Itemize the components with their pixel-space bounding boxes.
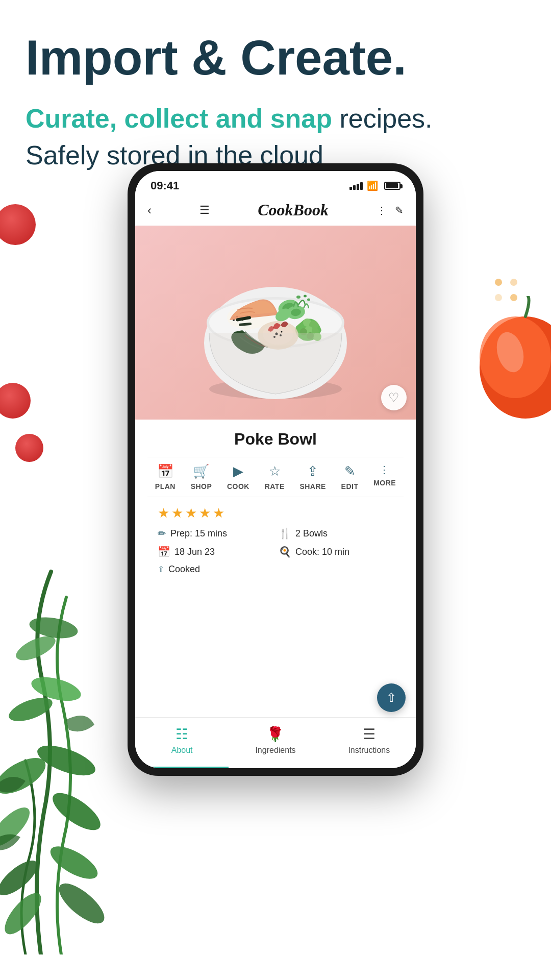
toolbar-right: ⋮ ✎ — [377, 204, 404, 216]
nav-ingredients[interactable]: 🌹 Ingredients — [229, 726, 322, 755]
about-label: About — [171, 746, 193, 755]
cooked-text: Cooked — [168, 564, 200, 575]
more-dots-icon: ⋮ — [379, 463, 390, 476]
star-5: ★ — [213, 505, 224, 521]
rate-label: RATE — [265, 482, 285, 491]
recipe-name: Poke Bowl — [147, 430, 404, 449]
battery-icon — [384, 182, 400, 190]
svg-point-43 — [304, 295, 307, 298]
more-button[interactable]: ⋮ MORE — [373, 463, 396, 491]
star-3: ★ — [185, 505, 197, 521]
favorite-button[interactable]: ♡ — [381, 385, 407, 410]
status-bar: 09:41 📶 — [135, 171, 416, 197]
bottom-nav: ☷ About 🌹 Ingredients ☰ Instructions — [135, 717, 416, 768]
main-title: Import & Create. — [26, 31, 525, 85]
nav-active-indicator — [135, 767, 229, 768]
edit-icon: ✎ — [344, 463, 356, 479]
servings-text: 2 Bowls — [295, 528, 328, 539]
chevron-up-icon: ⇧ — [386, 691, 396, 705]
share-label: SHARE — [299, 482, 326, 491]
cook-time-row: 🍳 Cook: 10 min — [279, 546, 393, 558]
instructions-label: Instructions — [348, 746, 390, 755]
svg-point-42 — [296, 296, 300, 299]
servings-icon: 🍴 — [279, 527, 291, 540]
recipe-image: ♡ — [135, 226, 416, 420]
app-logo: CookBook — [258, 201, 329, 219]
action-row: 📅 PLAN 🛒 SHOP ▶ COOK ☆ RATE ⇪ SHARE — [147, 457, 404, 497]
stars-row: ★ ★ ★ ★ ★ — [158, 505, 393, 521]
cherry-decoration-mid — [0, 383, 31, 419]
about-icon: ☷ — [176, 726, 188, 743]
date-row: 📅 18 Jun 23 — [158, 546, 272, 558]
share-button[interactable]: ⇪ SHARE — [299, 463, 326, 491]
shop-button[interactable]: 🛒 SHOP — [191, 463, 212, 491]
calendar-icon: 📅 — [157, 463, 173, 479]
stats-section: ★ ★ ★ ★ ★ ✏ Prep: 15 mins 🍴 2 Bowls 📅 18… — [147, 497, 404, 583]
star-1: ★ — [158, 505, 169, 521]
header-section: Import & Create. Curate, collect and sna… — [0, 0, 551, 189]
cook-time: Cook: 10 min — [295, 547, 349, 557]
star-2: ★ — [171, 505, 183, 521]
app-toolbar: ‹ ☰ CookBook ⋮ ✎ — [135, 197, 416, 226]
shop-label: SHOP — [191, 482, 212, 491]
scroll-up-button[interactable]: ⇧ — [377, 683, 406, 712]
svg-point-1 — [34, 740, 99, 781]
instructions-icon: ☰ — [363, 726, 375, 743]
pepper-decoration — [474, 296, 551, 421]
edit-label: EDIT — [341, 482, 359, 491]
poke-bowl-illustration — [194, 241, 357, 404]
more-options-button[interactable]: ⋮ — [377, 204, 387, 216]
servings-row: 🍴 2 Bowls — [279, 527, 393, 540]
prep-icon: ✏ — [158, 527, 166, 540]
edit-action-button[interactable]: ✎ EDIT — [341, 463, 359, 491]
svg-point-41 — [281, 331, 283, 333]
svg-point-44 — [307, 299, 310, 301]
more-label: MORE — [373, 479, 396, 487]
share-icon: ⇪ — [307, 463, 318, 479]
cherry-decoration-top — [0, 204, 36, 245]
signal-icon — [349, 182, 363, 190]
cooked-icon: ⇧ — [158, 565, 164, 574]
cherry-decoration-low — [15, 434, 43, 462]
heart-icon: ♡ — [388, 390, 399, 405]
hamburger-menu-button[interactable]: ☰ — [199, 204, 210, 217]
date-icon: 📅 — [158, 546, 170, 558]
status-time: 09:41 — [151, 179, 179, 192]
star-icon: ☆ — [269, 463, 281, 479]
rate-button[interactable]: ☆ RATE — [265, 463, 285, 491]
cooked-row: ⇧ Cooked — [158, 564, 272, 575]
svg-point-3 — [47, 786, 106, 837]
nav-about[interactable]: ☷ About — [135, 726, 229, 755]
cook-icon: 🍳 — [279, 546, 291, 558]
prep-time: Prep: 15 mins — [170, 528, 227, 539]
star-4: ★ — [199, 505, 211, 521]
back-button[interactable]: ‹ — [147, 203, 152, 217]
ingredients-label: Ingredients — [255, 746, 295, 755]
phone-screen: 09:41 📶 ‹ ☰ CookBook — [135, 171, 416, 768]
basket-icon: 🛒 — [193, 463, 209, 479]
cook-label: COOK — [227, 482, 249, 491]
play-icon: ▶ — [233, 463, 243, 479]
svg-point-11 — [53, 877, 111, 930]
subtitle-highlight: Curate, collect and snap — [26, 104, 332, 133]
plan-label: PLAN — [155, 482, 176, 491]
ingredients-icon: 🌹 — [266, 726, 284, 743]
nav-instructions[interactable]: ☰ Instructions — [322, 726, 416, 755]
cook-button[interactable]: ▶ COOK — [227, 463, 249, 491]
edit-button[interactable]: ✎ — [395, 204, 404, 216]
prep-time-row: ✏ Prep: 15 mins — [158, 527, 272, 540]
wifi-icon: 📶 — [367, 180, 378, 191]
phone-mockup: 09:41 📶 ‹ ☰ CookBook — [128, 163, 423, 776]
status-icons: 📶 — [349, 180, 400, 191]
date-text: 18 Jun 23 — [174, 547, 215, 557]
plan-button[interactable]: 📅 PLAN — [155, 463, 176, 491]
recipe-info: Poke Bowl 📅 PLAN 🛒 SHOP ▶ COOK ☆ R — [135, 420, 416, 583]
svg-point-7 — [45, 840, 102, 885]
